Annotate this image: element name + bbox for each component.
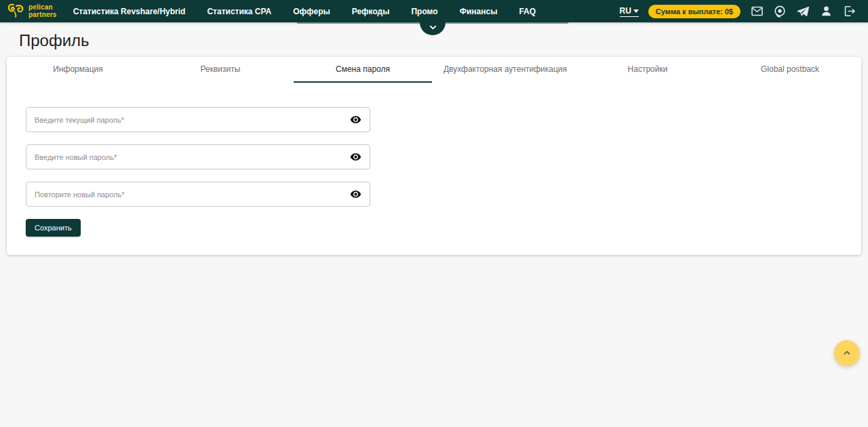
chevron-up-icon: [842, 348, 852, 358]
nav-item-refcodes[interactable]: Рефкоды: [352, 7, 390, 16]
nav-item-promo[interactable]: Промо: [411, 7, 437, 16]
tab-global-postback[interactable]: Global postback: [719, 57, 861, 83]
tab-payment-details[interactable]: Реквизиты: [149, 57, 292, 83]
repeat-password-input[interactable]: [35, 190, 349, 199]
chevron-down-icon: [633, 9, 639, 13]
toggle-password-visibility-button[interactable]: [349, 114, 361, 126]
user-profile-icon[interactable]: [819, 5, 833, 18]
eye-icon: [350, 114, 361, 125]
tab-settings[interactable]: Настройки: [576, 57, 719, 83]
tab-information[interactable]: Информация: [7, 57, 149, 83]
support-headset-icon[interactable]: [773, 5, 787, 18]
payout-amount-badge[interactable]: Сумма к выплате: 0$: [648, 5, 741, 18]
toggle-password-visibility-button[interactable]: [349, 151, 361, 163]
nav-item-faq[interactable]: FAQ: [519, 7, 536, 16]
profile-card: Информация Реквизиты Смена пароля Двухфа…: [7, 57, 861, 255]
toggle-password-visibility-button[interactable]: [349, 188, 361, 201]
eye-icon: [350, 188, 361, 200]
language-label: RU: [620, 6, 631, 16]
nav-item-revshare-stats[interactable]: Статистика Revshare/Hybrid: [73, 7, 186, 16]
current-password-field-wrapper: [26, 107, 370, 132]
brand-logo[interactable]: pelican partners: [7, 3, 57, 20]
telegram-icon[interactable]: [796, 5, 810, 18]
language-dropdown[interactable]: RU: [620, 6, 639, 17]
save-button[interactable]: Сохранить: [26, 219, 81, 237]
nav-item-cpa-stats[interactable]: Статистика CPA: [207, 7, 271, 16]
tab-change-password[interactable]: Смена пароля: [292, 57, 434, 83]
main-menu: Статистика Revshare/Hybrid Статистика CP…: [73, 7, 536, 16]
brand-name: pelican partners: [28, 4, 57, 19]
nav-item-offers[interactable]: Офферы: [293, 7, 330, 16]
new-password-input[interactable]: [35, 153, 349, 161]
nav-item-finance[interactable]: Финансы: [460, 7, 498, 16]
profile-tabs: Информация Реквизиты Смена пароля Двухфа…: [7, 57, 861, 83]
eye-icon: [350, 151, 361, 163]
mail-icon[interactable]: [750, 5, 764, 18]
new-password-field-wrapper: [26, 144, 370, 169]
current-password-input[interactable]: [35, 116, 349, 124]
tab-two-factor-auth[interactable]: Двухфакторная аутентификация: [434, 57, 576, 83]
topbar-right-cluster: RU Сумма к выплате: 0$: [620, 5, 856, 18]
change-password-form: Сохранить: [7, 107, 861, 237]
scroll-to-top-button[interactable]: [834, 340, 860, 366]
repeat-password-field-wrapper: [26, 182, 370, 207]
logout-icon[interactable]: [842, 5, 856, 18]
top-navigation-bar: pelican partners Статистика Revshare/Hyb…: [0, 0, 868, 22]
pelican-logo-icon: [7, 3, 25, 20]
chevron-down-icon: [428, 22, 438, 33]
